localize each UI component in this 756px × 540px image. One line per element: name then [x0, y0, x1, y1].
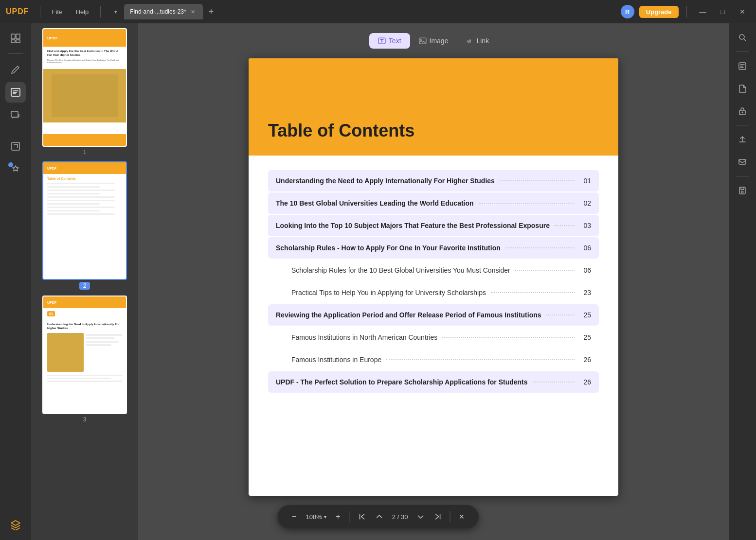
bottom-toolbar: − 108% ▾ + 2 / 30 ✕ [278, 505, 479, 528]
toc-item-8: Famous Institutions in Europe26 [268, 349, 599, 370]
toc-num-1: 02 [579, 199, 591, 207]
sidebar-comment[interactable] [5, 105, 26, 126]
thumb-frame-2: UPDF Table of Contents [42, 161, 127, 280]
zoom-level-value: 108% [306, 513, 322, 521]
svg-point-13 [742, 112, 743, 113]
right-ocr-icon[interactable] [733, 57, 752, 75]
top-bar: UPDF File Help ▾ Find-and-...tudies-23* … [0, 0, 756, 23]
tab-dropdown-btn[interactable]: ▾ [109, 7, 122, 17]
toc-item-1: The 10 Best Global Universities Leading … [268, 192, 599, 214]
toc-num-5: 23 [579, 289, 591, 296]
thumb-num-1: 1 [83, 149, 87, 156]
thumbnail-panel: UPDF Find and Apply For the Best Institu… [31, 23, 138, 540]
zoom-out-button[interactable]: − [286, 508, 303, 525]
menu-help[interactable]: Help [71, 6, 94, 17]
close-icon: ✕ [459, 513, 465, 521]
sidebar-components[interactable] [5, 159, 26, 180]
toc-item-0: Understanding the Need to Apply Internat… [268, 170, 599, 192]
total-pages: 30 [401, 513, 408, 521]
upgrade-button[interactable]: Upgrade [639, 6, 679, 18]
maximize-button[interactable]: □ [716, 6, 730, 17]
toc-item-7: Famous Institutions in North American Co… [268, 327, 599, 348]
zoom-dropdown-icon: ▾ [324, 514, 326, 520]
top-right-area: R Upgrade — □ ✕ [621, 5, 750, 18]
text-tool-button[interactable]: Text [369, 33, 410, 49]
toc-item-5: Practical Tips to Help You in Applying f… [268, 282, 599, 303]
svg-rect-14 [739, 159, 746, 164]
toc-item-4: Scholarship Rules for the 10 Best Global… [268, 260, 599, 281]
sidebar-page-view[interactable] [5, 28, 26, 49]
toc-dots-1 [479, 203, 575, 204]
tab-main[interactable]: Find-and-...tudies-23* ✕ [124, 4, 202, 19]
app-logo: UPDF [6, 7, 29, 16]
pdf-page: Table of Contents Understanding the Need… [249, 58, 618, 496]
toc-item-6: Reviewing the Application Period and Off… [268, 304, 599, 326]
page-header: Table of Contents [249, 58, 618, 156]
current-page: 2 [392, 513, 396, 521]
toc-item-3: Scholarship Rules - How to Apply For One… [268, 237, 599, 259]
nav-last-button[interactable] [429, 508, 447, 525]
thumb-frame-3: UPDF 01 Understanding the Need to Apply … [42, 296, 127, 414]
close-button[interactable]: ✕ [735, 6, 750, 17]
link-tool-button[interactable]: Link [457, 33, 498, 49]
toc-label-1: The 10 Best Global Universities Leading … [276, 199, 474, 207]
right-search-icon[interactable] [733, 28, 752, 47]
minimize-button[interactable]: — [695, 6, 711, 17]
toc-label-0: Understanding the Need to Apply Internat… [276, 177, 495, 185]
sidebar-crop[interactable] [5, 136, 26, 157]
nav-divider-2 [450, 511, 450, 523]
editor-toolbar: Text Image Link [369, 33, 498, 49]
thumbnail-page-2[interactable]: UPDF Table of Contents 2 [42, 161, 127, 290]
divider-1 [40, 6, 40, 17]
right-mail-icon[interactable] [733, 153, 752, 171]
nav-prev-button[interactable] [371, 508, 388, 525]
sidebar-layers[interactable] [5, 515, 26, 535]
thumb-num-2: 2 [79, 282, 90, 290]
zoom-in-button[interactable]: + [329, 508, 347, 525]
divider-3 [686, 6, 687, 17]
right-sidebar [729, 23, 756, 540]
thumbnail-page-1[interactable]: UPDF Find and Apply For the Best Institu… [42, 28, 127, 156]
new-tab-button[interactable]: + [205, 6, 218, 18]
thumb-num-3: 3 [83, 416, 87, 423]
right-save-icon[interactable] [733, 181, 752, 200]
nav-divider-1 [350, 511, 350, 523]
toc-label-8: Famous Institutions in Europe [291, 356, 381, 364]
toc-num-2: 03 [579, 222, 591, 229]
svg-point-9 [420, 39, 422, 41]
close-bottom-button[interactable]: ✕ [453, 508, 470, 525]
svg-rect-0 [11, 34, 15, 39]
tab-close-btn[interactable]: ✕ [189, 8, 197, 16]
page-title: Table of Contents [268, 121, 414, 141]
toc-item-9: UPDF - The Perfect Solution to Prepare S… [268, 371, 599, 393]
sidebar-div-2 [8, 131, 23, 131]
zoom-in-icon: + [336, 512, 340, 521]
right-doc-icon[interactable] [733, 79, 752, 98]
menu-file[interactable]: File [47, 6, 67, 17]
toc-dots-5 [491, 292, 575, 293]
toc-dots-0 [500, 180, 575, 181]
toc-label-6: Reviewing the Application Period and Off… [276, 311, 541, 319]
sidebar-div-1 [8, 53, 23, 54]
toc-label-4: Scholarship Rules for the 10 Best Global… [291, 266, 510, 274]
nav-first-button[interactable] [353, 508, 371, 525]
page-display: 2 / 30 [388, 513, 412, 521]
pen-icon-wrapper [5, 59, 26, 79]
toc-dots-6 [546, 314, 575, 315]
right-share-icon[interactable] [733, 130, 752, 149]
toc-dots-4 [515, 270, 575, 271]
sidebar-edit-text[interactable] [5, 82, 26, 103]
zoom-display[interactable]: 108% ▾ [303, 513, 329, 521]
right-lock-icon[interactable] [733, 102, 752, 120]
image-tool-button[interactable]: Image [410, 33, 457, 49]
avatar: R [621, 5, 634, 18]
toc-label-5: Practical Tips to Help You in Applying f… [291, 289, 486, 296]
tab-area: ▾ Find-and-...tudies-23* ✕ + [109, 4, 617, 19]
sidebar-pen[interactable] [5, 59, 26, 79]
nav-next-button[interactable] [412, 508, 429, 525]
thumbnail-page-3[interactable]: UPDF 01 Understanding the Need to Apply … [42, 296, 127, 423]
left-sidebar [0, 23, 31, 540]
content-area: Text Image Link Table of Contents Unders… [138, 23, 729, 540]
right-div-1 [736, 52, 749, 52]
svg-rect-2 [11, 40, 15, 43]
